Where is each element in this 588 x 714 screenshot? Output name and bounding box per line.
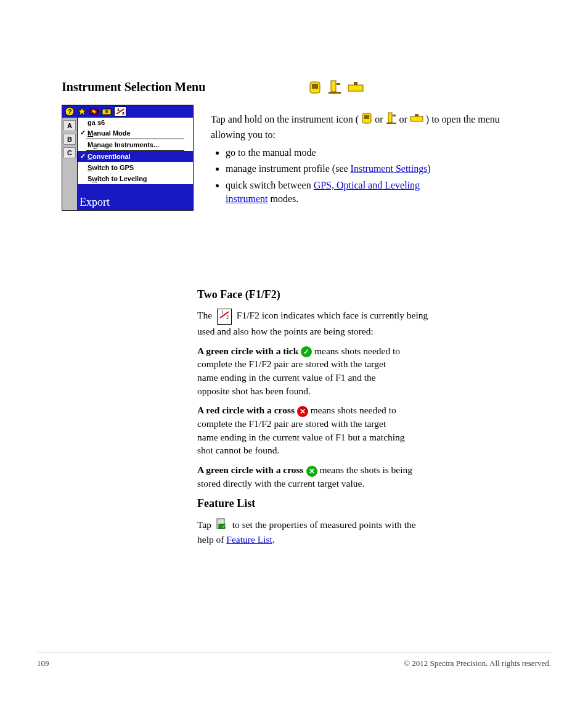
page-number: 109 [37,659,49,668]
svg-rect-5 [348,85,363,91]
svg-text:1: 1 [117,107,120,112]
svg-text:✓: ✓ [222,524,226,529]
screenshot-bottom-label: Export [80,196,110,209]
intro-bullets: go to the manual mode manage instrument … [211,146,531,206]
screenshot-left-keys: A B C [62,118,77,210]
f1f2-icon: 12 [217,309,232,325]
link-instrument[interactable]: instrument [226,193,267,204]
gps-icon [308,80,322,95]
svg-text:?: ? [68,108,72,115]
svg-rect-19 [388,113,392,123]
svg-rect-20 [386,123,396,124]
totalstation-icon [386,112,397,128]
context-menu-title: ga s6 [78,118,193,128]
menu-item-conventional[interactable]: Conventional [78,151,193,162]
star-icon [77,107,87,116]
key-c: C [63,147,76,158]
level-icon [410,113,423,127]
svg-rect-1 [312,84,318,89]
feature-list-para: Tap ✓ to set the properties of measured … [197,518,530,546]
twoface-icon: 12 [114,107,126,116]
level-icon [348,81,364,94]
context-menu: ga s6 Manual Mode Manage Instruments... … [77,118,193,184]
bullet-quick-switch: quick switch between GPS, Optical and Le… [226,179,531,206]
status-skip-icon: ✕ [306,466,317,477]
svg-rect-11 [97,110,99,113]
svg-rect-4 [337,83,340,85]
gps-icon [361,112,372,128]
page-footer: 109 © 2012 Spectra Precision. All rights… [37,652,551,668]
heading-two-face: Two Face (F1/F2) [197,287,530,302]
svg-rect-2 [331,81,336,92]
section-title: Instrument Selection Menu [62,80,205,94]
menu-item-manual-mode[interactable]: Manual Mode [78,128,193,139]
svg-point-13 [105,110,108,113]
help-icon: ? [65,107,75,116]
instrument-menu-screenshot: ? 12 A B C ga s6 Manual Mode [62,105,194,211]
copyright: © 2012 Spectra Precision. All rights res… [404,659,551,668]
intro-text: or [375,114,385,124]
svg-rect-23 [415,114,419,116]
link-feature-list[interactable]: Feature List [226,534,272,545]
svg-marker-9 [78,107,86,116]
status-ok-icon: ✓ [301,346,312,357]
link-instrument-settings[interactable]: Instrument Settings [351,163,428,174]
key-a: A [63,120,76,131]
link-modes[interactable]: GPS, Optical and Leveling [314,180,420,190]
key-b: B [63,134,76,145]
intro-text: Tap and hold on the instrument icon ( [211,114,359,124]
menu-item-switch-leveling[interactable]: Switch to Leveling [78,173,193,184]
status-error-icon: ✕ [297,406,308,417]
heading-feature-list: Feature List [197,496,530,511]
intro-text: or [399,114,410,124]
svg-text:1: 1 [221,310,224,315]
svg-rect-3 [329,92,341,94]
twoface-intro: The 12 F1/F2 icon indicates which face i… [197,309,530,338]
screenshot-toolbar: ? 12 [62,105,193,118]
status-direct: A green circle with a cross ✕ means the … [197,463,530,490]
status-unmatched: A red circle with a cross ✕ means shots … [197,404,530,457]
totalstation-icon [328,80,341,95]
featurelist-icon: ✓ [216,518,227,533]
title-icons [308,80,364,95]
bullet-manage-profile: manage instrument profile (see Instrumen… [226,162,531,176]
menu-item-switch-gps[interactable]: Switch to GPS [78,162,193,173]
svg-text:2: 2 [122,112,125,116]
svg-text:2: 2 [226,315,229,320]
menu-item-manage-instruments[interactable]: Manage Instruments... [78,139,193,150]
status-matched: A green circle with a tick ✓ means shots… [197,344,530,398]
svg-rect-22 [410,116,423,121]
bullet-manual-mode: go to the manual mode [226,146,531,160]
svg-rect-18 [364,115,369,119]
svg-rect-21 [393,115,396,116]
svg-rect-6 [354,82,357,85]
camera-icon [102,107,112,116]
intro-paragraph: Tap and hold on the instrument icon ( or… [211,111,531,208]
battery-icon [89,107,99,116]
